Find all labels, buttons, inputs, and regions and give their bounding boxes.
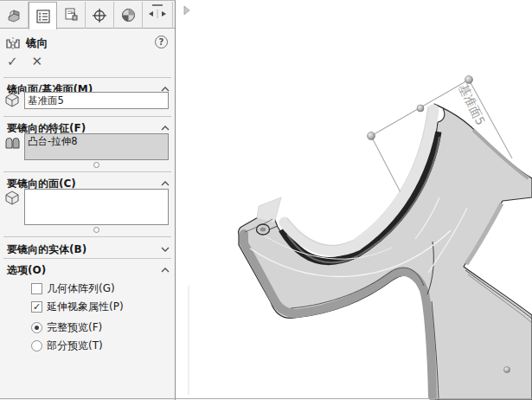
model-3d-view[interactable]: 基准面5 xyxy=(176,0,532,400)
display-manager-icon xyxy=(121,8,136,23)
radio-selected[interactable] xyxy=(31,322,42,333)
checkbox-geometry-pattern[interactable]: 几何体阵列(G) xyxy=(31,281,170,295)
radio-label: 完整预览(F) xyxy=(47,320,102,335)
flyout-tree-expand-icon[interactable] xyxy=(183,5,191,16)
property-manager-panel: 镜向 ? ✓ ✕ 镜向面/基准面(M) 要镜向的特征(F) xyxy=(0,0,176,400)
configuration-manager-icon xyxy=(64,8,79,23)
plane-cube-icon xyxy=(4,93,20,108)
checkbox-unchecked[interactable] xyxy=(31,283,42,294)
checkbox-propagate-visual-properties[interactable]: ✓ 延伸视象属性(P) xyxy=(31,300,170,313)
mirror-extrude-icon xyxy=(4,135,21,150)
tab-display-manager[interactable] xyxy=(114,2,143,29)
features-to-mirror-listbox[interactable]: 凸台-拉伸8 xyxy=(24,133,169,160)
chevron-up-icon xyxy=(161,181,170,186)
checkbox-checked[interactable]: ✓ xyxy=(31,301,42,313)
divider xyxy=(3,116,171,117)
face-cube-icon xyxy=(4,190,20,206)
feature-manager-tree-icon xyxy=(6,9,22,23)
manager-tab-bar xyxy=(0,2,175,29)
cancel-button[interactable]: ✕ xyxy=(32,54,43,71)
radio-partial-preview[interactable]: 部分预览(T) xyxy=(31,339,170,352)
tab-scroll-dash xyxy=(152,4,163,6)
section-header-options[interactable]: 选项(O) xyxy=(7,263,170,277)
plane-midpoint-handle[interactable] xyxy=(417,105,424,112)
page-title: 镜向 xyxy=(26,36,48,51)
scroll-left-arrow-icon[interactable] xyxy=(148,10,154,17)
radio-label: 部分预览(T) xyxy=(47,339,103,353)
window-bottom-edge xyxy=(0,398,532,399)
divider xyxy=(3,77,171,78)
mirror-feature-icon xyxy=(5,36,21,50)
ok-button[interactable]: ✓ xyxy=(7,54,18,71)
connecting-rod-model[interactable] xyxy=(239,104,532,400)
property-manager-icon xyxy=(36,10,50,23)
bolt-boss xyxy=(257,224,270,235)
mirror-preview-tip xyxy=(257,197,281,223)
checkbox-label: 几何体阵列(G) xyxy=(47,281,115,296)
section-label: 要镜向的实体(B) xyxy=(7,242,87,257)
checkbox-label: 延伸视象属性(P) xyxy=(47,300,124,314)
section-label: 选项(O) xyxy=(7,263,46,278)
divider xyxy=(3,258,171,259)
section-header-bodies-to-mirror[interactable]: 要镜向的实体(B) xyxy=(7,242,170,256)
tab-feature-manager-tree[interactable] xyxy=(0,2,29,29)
chevron-down-icon xyxy=(161,247,170,252)
graphics-area[interactable]: 基准面5 xyxy=(176,0,532,400)
chevron-up-icon xyxy=(161,268,170,273)
faces-to-mirror-listbox[interactable] xyxy=(24,189,169,225)
tab-configuration-manager[interactable] xyxy=(57,2,86,29)
divider xyxy=(3,236,171,237)
tab-scroll-divider xyxy=(157,10,158,18)
feature-title-row: 镜向 ? xyxy=(5,35,171,51)
tab-property-manager[interactable] xyxy=(29,2,57,29)
model-body[interactable] xyxy=(239,104,532,400)
solidworks-window: 镜向 ? ✓ ✕ 镜向面/基准面(M) 要镜向的特征(F) xyxy=(0,0,532,400)
radio-unselected[interactable] xyxy=(31,340,42,352)
help-icon[interactable]: ? xyxy=(155,35,168,48)
mirror-plane-input[interactable] xyxy=(24,92,169,109)
radio-full-preview[interactable]: 完整预览(F) xyxy=(31,320,170,334)
selection-box-resize-handle[interactable] xyxy=(93,227,99,233)
divider xyxy=(3,171,171,172)
list-item[interactable]: 凸台-拉伸8 xyxy=(25,134,168,149)
plane-corner-handle[interactable] xyxy=(368,132,375,140)
confirm-row: ✓ ✕ xyxy=(7,54,171,71)
selection-box-resize-handle[interactable] xyxy=(93,162,99,168)
plane-midpoint-handle[interactable] xyxy=(504,367,510,373)
dimxpert-manager-icon xyxy=(92,8,107,23)
chevron-up-icon xyxy=(161,126,170,131)
tab-scroll-control xyxy=(143,2,173,29)
scroll-right-arrow-icon[interactable] xyxy=(161,10,167,17)
tab-dimxpert-manager[interactable] xyxy=(86,2,114,29)
